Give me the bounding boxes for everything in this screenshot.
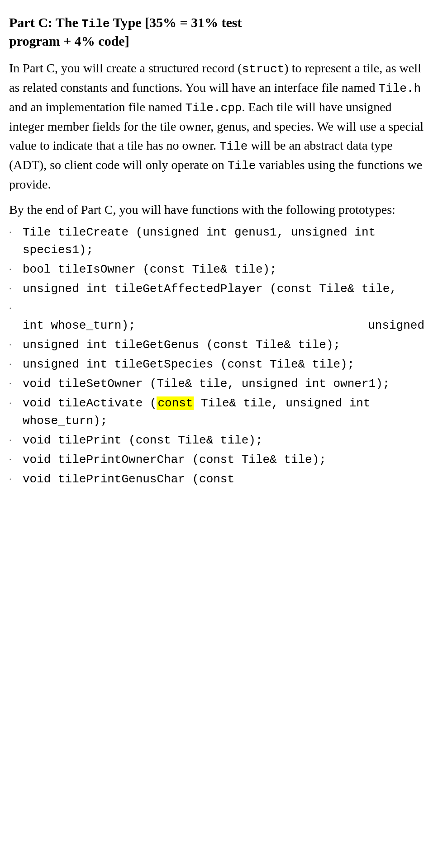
- bullet-1: ·: [9, 224, 23, 240]
- bullet-dot-alone: ·: [9, 300, 23, 316]
- code-tilePrint: void tilePrint (const Tile& tile);: [23, 432, 424, 449]
- tile-h-ref: Tile.h: [378, 82, 421, 95]
- overflow-unsigned: unsigned: [368, 317, 424, 335]
- title-mono: Tile: [81, 17, 110, 31]
- bullet-10: ·: [9, 471, 23, 486]
- bullet-whose: [9, 317, 23, 318]
- highlight-const: const: [157, 396, 194, 410]
- code-tileCreate: Tile tileCreate (unsigned int genus1, un…: [23, 224, 424, 259]
- func-tileGetAffectedPlayer: · unsigned int tileGetAffectedPlayer (co…: [9, 280, 424, 298]
- code-tileGetAffectedPlayer: unsigned int tileGetAffectedPlayer (cons…: [23, 280, 424, 298]
- code-tileGetGenus: unsigned int tileGetGenus (const Tile& t…: [23, 336, 424, 354]
- code-whose-turn: int whose_turn);: [23, 317, 424, 335]
- bullet-7: ·: [9, 395, 23, 410]
- title-prefix: Part C: The: [9, 15, 81, 30]
- code-tilePrintOwnerChar: void tilePrintOwnerChar (const Tile& til…: [23, 451, 424, 469]
- bullet-5: ·: [9, 356, 23, 372]
- bullet-2: ·: [9, 261, 23, 277]
- title-suffix: Type [35% = 31% test: [110, 15, 242, 30]
- func-tileCreate: · Tile tileCreate (unsigned int genus1, …: [9, 224, 424, 259]
- code-tilePrintGenusChar: void tilePrintGenusChar (const: [23, 471, 424, 488]
- func-tileGetGenus: · unsigned int tileGetGenus (const Tile&…: [9, 336, 424, 354]
- title-line2: program + 4% code]: [9, 33, 129, 48]
- struct-keyword: struct: [242, 62, 285, 76]
- code-tileGetSpecies: unsigned int tileGetSpecies (const Tile&…: [23, 356, 424, 373]
- bullet-9: ·: [9, 451, 23, 467]
- code-tileIsOwner: bool tileIsOwner (const Tile& tile);: [23, 261, 424, 278]
- bullet-8: ·: [9, 432, 23, 448]
- code-tileSetOwner: void tileSetOwner (Tile& tile, unsigned …: [23, 375, 424, 393]
- tile-cpp-ref: Tile.cpp: [186, 101, 242, 115]
- func-tileSetOwner: · void tileSetOwner (Tile& tile, unsigne…: [9, 375, 424, 393]
- func-tileActivate: · void tileActivate (const Tile& tile, u…: [9, 395, 424, 430]
- part-title: Part C: The Tile Type [35% = 31% test pr…: [9, 14, 424, 51]
- intro-paragraph: In Part C, you will create a structured …: [9, 59, 424, 194]
- page-content: Part C: The Tile Type [35% = 31% test pr…: [9, 14, 424, 488]
- func-whose-turn: int whose_turn);: [9, 317, 424, 335]
- code-tileActivate: void tileActivate (const Tile& tile, uns…: [23, 395, 424, 430]
- tile-adt-ref: Tile: [219, 140, 248, 153]
- bullet-4: ·: [9, 336, 23, 352]
- func-tilePrintOwnerChar: · void tilePrintOwnerChar (const Tile& t…: [9, 451, 424, 469]
- func-tilePrintGenusChar: · void tilePrintGenusChar (const: [9, 471, 424, 488]
- func-tileGetAffectedPlayer-dot: ·: [9, 300, 424, 316]
- func-tileIsOwner: · bool tileIsOwner (const Tile& tile);: [9, 261, 424, 278]
- func-tileGetSpecies: · unsigned int tileGetSpecies (const Til…: [9, 356, 424, 373]
- tile-var-ref: Tile: [228, 159, 256, 173]
- func-tilePrint: · void tilePrint (const Tile& tile);: [9, 432, 424, 449]
- bullet-3: ·: [9, 280, 23, 296]
- bullet-6: ·: [9, 375, 23, 391]
- prototypes-intro: By the end of Part C, you will have func…: [9, 200, 424, 219]
